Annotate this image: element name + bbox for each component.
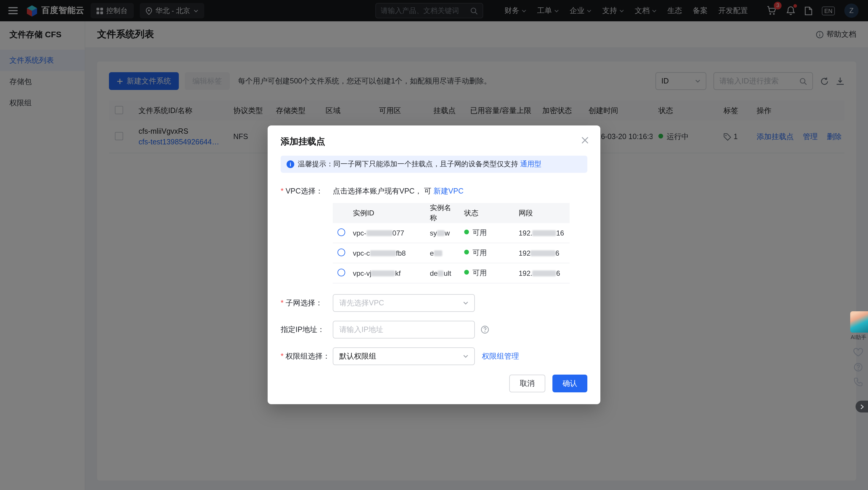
vpc-col-instance-id: 实例ID [348,203,425,223]
general-type-link[interactable]: 通用型 [520,160,541,168]
redacted-text [530,250,555,256]
add-mount-point-modal: 添加挂载点 i 温馨提示：同一子网下只能添加一个挂载点，且子网的设备类型仅支持 … [268,126,600,404]
chevron-right-icon [860,404,864,409]
vpc-status-dot [464,250,469,255]
vpc-radio[interactable] [338,268,345,276]
subnet-select[interactable]: 请先选择VPC [333,294,475,312]
subnet-select-label: 子网选择： [281,294,333,312]
redacted-text [533,230,556,236]
viewport: 百度智能云 控制台 华北 - 北京 财务 工单 企业 [0,0,868,490]
alert-text: 温馨提示：同一子网下只能添加一个挂载点，且子网的设备类型仅支持 [298,160,518,168]
modal-title: 添加挂载点 [268,126,600,156]
close-icon[interactable] [579,134,591,146]
subnet-select-row: 子网选择： 请先选择VPC [281,294,587,312]
vpc-table: 实例ID 实例名称 状态 网段 vpc-077 syw 可用 [333,203,569,284]
permission-group-manage-link[interactable]: 权限组管理 [482,351,519,361]
ip-address-label: 指定IP地址： [281,321,333,338]
vpc-col-status: 状态 [460,203,514,223]
vpc-radio[interactable] [338,228,345,236]
expand-panel-button[interactable] [856,401,868,413]
redacted-text [438,270,444,276]
permission-group-row: 权限组选择： 默认权限组 权限组管理 [281,348,587,365]
floating-toolbar [853,348,863,386]
vpc-col-instance-name: 实例名称 [425,203,460,223]
modal-footer: 取消 确认 [268,370,600,404]
vpc-row[interactable]: vpc-vjkf deult 可用 192.6 [333,263,569,283]
ai-assistant-label: AI助手 [849,334,868,341]
vpc-hint: 点击选择本账户现有VPC， 可 新建VPC [333,182,569,197]
vpc-header-row: 实例ID 实例名称 状态 网段 [333,203,569,223]
vpc-row[interactable]: vpc-077 syw 可用 192.16 [333,223,569,243]
ip-address-row: 指定IP地址： [281,321,587,338]
modal-alert: i 温馨提示：同一子网下只能添加一个挂载点，且子网的设备类型仅支持 通用型 [281,156,587,173]
create-vpc-link[interactable]: 新建VPC [433,187,463,195]
vpc-row[interactable]: vpc-cfb8 e 可用 1926 [333,243,569,263]
subnet-placeholder: 请先选择VPC [339,298,384,308]
info-icon: i [286,160,294,168]
ai-assistant-widget[interactable]: AI助手 [849,311,868,341]
help-question-icon[interactable] [853,363,863,372]
phone-icon[interactable] [853,378,863,386]
ai-assistant-avatar[interactable] [850,311,868,333]
ip-address-input[interactable] [333,321,475,338]
permission-group-value: 默认权限组 [339,351,376,361]
redacted-text [366,230,392,236]
modal-form: VPC选择： 点击选择本账户现有VPC， 可 新建VPC 实例ID 实例名称 [268,182,600,365]
permission-group-select[interactable]: 默认权限组 [333,348,475,365]
vpc-select-row: VPC选择： 点击选择本账户现有VPC， 可 新建VPC 实例ID 实例名称 [281,182,587,284]
redacted-text [533,270,556,276]
permission-group-label: 权限组选择： [281,348,333,365]
confirm-button[interactable]: 确认 [552,374,587,392]
redacted-text [437,230,445,236]
vpc-col-cidr: 网段 [514,203,569,223]
help-circle-icon[interactable] [481,325,489,334]
vpc-status-dot [464,270,469,274]
redacted-text [372,270,395,276]
redacted-text [434,250,442,256]
favorite-heart-icon[interactable] [853,348,863,357]
cancel-button[interactable]: 取消 [509,374,545,392]
vpc-status-dot [464,230,469,234]
vpc-radio[interactable] [338,248,345,256]
vpc-select-label: VPC选择： [281,182,333,284]
redacted-text [370,250,396,256]
